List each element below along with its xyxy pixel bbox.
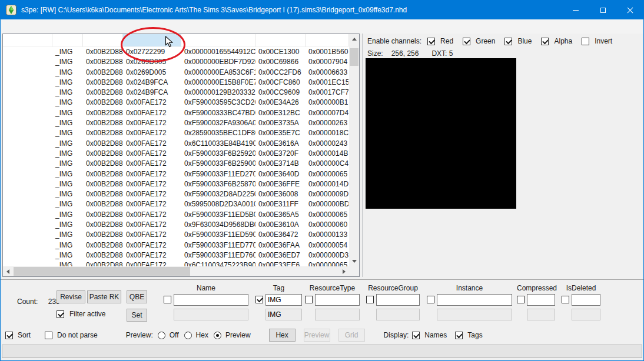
cell-name — [3, 68, 52, 78]
filter-field-input[interactable] — [376, 294, 420, 306]
filter-field-input[interactable] — [315, 294, 360, 306]
menu-item[interactable] — [39, 19, 51, 34]
cell-name — [3, 250, 52, 260]
table-row[interactable]: _IMG 0x00B2D882 0x00FAE172 0xF5900033F11… — [3, 230, 349, 240]
channel-checkbox-input[interactable] — [463, 38, 470, 45]
column-header[interactable] — [52, 34, 83, 47]
do-not-parse-checkbox-input[interactable] — [45, 332, 52, 339]
table-row[interactable]: _IMG 0x00B2D882 0x00FAE172 0x6C110034752… — [3, 260, 349, 266]
filter-field-checkbox[interactable] — [562, 296, 569, 303]
filter-field-input[interactable] — [572, 294, 600, 306]
menu-item[interactable] — [51, 19, 63, 34]
table-row[interactable]: _IMG 0x00B2D882 0x00FAE172 0xF5900033F6B… — [3, 149, 349, 159]
preview-mode-radio[interactable]: Hex — [184, 331, 208, 339]
table-row[interactable]: _IMG 0x00B2D882 0x00FAE172 0xF59000333BC… — [3, 108, 349, 118]
table-row[interactable]: _IMG 0x00B2D882 0x00FAE172 0xF5900033F6B… — [3, 179, 349, 189]
display-names-checkbox[interactable]: Names — [412, 331, 447, 339]
table-row[interactable]: _IMG 0x00B2D882 0x00FAE172 0xF5900032FA9… — [3, 118, 349, 128]
window-title: s3pe: [RW] C:\Users\k6ka\Documents\Elect… — [21, 6, 407, 14]
table-row[interactable]: _IMG 0x00B2D882 0x00FAE172 0xF5900033F11… — [3, 240, 349, 250]
minimize-button[interactable] — [562, 1, 589, 19]
cell-filesize: 0x0001B560 — [306, 47, 348, 57]
cell-name — [3, 47, 52, 57]
filter-field-input[interactable] — [174, 294, 248, 306]
channel-checkbox-input[interactable] — [541, 38, 549, 45]
display-tags-checkbox[interactable]: Tags — [455, 331, 482, 339]
maximize-button[interactable] — [589, 1, 616, 19]
display-tags-checkbox-input[interactable] — [455, 332, 463, 339]
channel-checkbox-input[interactable] — [504, 38, 512, 45]
filter-field-checkbox[interactable] — [305, 296, 313, 303]
filter-field-input[interactable] — [265, 294, 302, 306]
table-row[interactable]: _IMG 0x00B2D882 0x00FAE172 0x9F630034D95… — [3, 220, 349, 230]
table-row[interactable]: _IMG 0x00B2D882 0x00FAE172 0xF5900032D8A… — [3, 189, 349, 199]
table-row[interactable]: _IMG 0x00B2D882 0x024B9FCA 0x000000129B2… — [3, 88, 349, 98]
filter-field: Tag — [255, 284, 302, 320]
column-header[interactable] — [255, 34, 306, 47]
column-header[interactable] — [123, 34, 181, 47]
hex-button[interactable]: Hex — [269, 329, 296, 342]
do-not-parse-checkbox[interactable]: Do not parse — [45, 331, 98, 339]
sort-checkbox-input[interactable] — [5, 332, 13, 339]
filter-field-input[interactable] — [437, 294, 512, 306]
vertical-scrollbar[interactable] — [349, 34, 359, 266]
scroll-up-icon[interactable] — [349, 34, 359, 44]
table-row[interactable]: _IMG 0x00B2D882 0x0269D005 0x0000000EA85… — [3, 68, 349, 78]
channel-checkbox-input[interactable] — [427, 38, 435, 45]
horizontal-scroll-thumb[interactable] — [14, 267, 190, 276]
preview-mode-radio[interactable]: Off — [158, 331, 179, 339]
table-row[interactable]: _IMG 0x00B2D882 0x00FAE172 0x5995008D2D3… — [3, 199, 349, 209]
filter-field-checkbox[interactable] — [366, 296, 374, 303]
scroll-down-icon[interactable] — [349, 256, 359, 266]
table-row[interactable]: _IMG 0x00B2D882 0x024B9FCA 0x0000000E15B… — [3, 78, 349, 88]
table-row[interactable]: _IMG 0x00B2D882 0x00FAE172 0xF5900033F11… — [3, 250, 349, 260]
filter-field-checkbox[interactable] — [517, 296, 525, 303]
column-header[interactable] — [306, 34, 348, 47]
channel-checkbox[interactable]: Green — [463, 37, 495, 45]
vertical-scroll-thumb[interactable] — [350, 48, 358, 66]
table-row[interactable]: _IMG 0x00B2D882 0x00FAE172 0xF590003595C… — [3, 98, 349, 108]
horizontal-scrollbar[interactable] — [3, 266, 349, 276]
display-names-checkbox-input[interactable] — [412, 332, 420, 339]
filter-field-checkbox[interactable] — [255, 296, 263, 303]
cell-chunkoffset: 0x00E35E7C — [255, 128, 306, 138]
menu-item[interactable] — [4, 19, 16, 34]
sort-checkbox[interactable]: Sort — [5, 331, 31, 339]
preview-mode-radio-input[interactable] — [214, 332, 221, 339]
channel-checkbox-input[interactable] — [582, 38, 589, 45]
table-row[interactable]: _IMG 0x00B2D882 0x0269D005 0x0000000EBDF… — [3, 57, 349, 67]
table-row[interactable]: _IMG 0x00B2D882 0x00FAE172 0xF5900033F6B… — [3, 159, 349, 169]
column-header[interactable] — [3, 34, 52, 47]
filter-field-input[interactable] — [527, 294, 555, 306]
preview-mode-radio-input[interactable] — [184, 332, 192, 339]
grid-button[interactable]: Grid — [338, 329, 365, 342]
channel-checkbox[interactable]: Invert — [582, 37, 612, 45]
table-row[interactable]: _IMG 0x00B2D882 0x02722299 0x00000016554… — [3, 47, 349, 57]
table-row[interactable]: _IMG 0x00B2D882 0x00FAE172 0xF5900033F11… — [3, 210, 349, 220]
column-header[interactable] — [181, 34, 255, 47]
channel-checkbox[interactable]: Alpha — [541, 37, 572, 45]
menu-item[interactable] — [63, 19, 75, 34]
preview-mode-radio[interactable]: Preview — [214, 331, 251, 339]
cell-instance: 0x0000000EA853C6F1 — [181, 68, 255, 78]
app-icon — [6, 5, 16, 15]
filter-field-checkbox[interactable] — [427, 296, 434, 303]
table-row[interactable]: _IMG 0x00B2D882 0x00FAE172 0x6C110033E84… — [3, 139, 349, 149]
table-row[interactable]: _IMG 0x00B2D882 0x00FAE172 0x28590035BEC… — [3, 128, 349, 138]
column-header[interactable] — [83, 34, 123, 47]
scroll-right-icon[interactable] — [339, 266, 349, 276]
table-row[interactable]: _IMG 0x00B2D882 0x00FAE172 0xF5900033F11… — [3, 169, 349, 179]
preview-button[interactable]: Preview — [304, 329, 330, 342]
cell-tag: _IMG — [52, 98, 83, 108]
cell-tag: _IMG — [52, 179, 83, 189]
menu-item[interactable] — [28, 19, 39, 34]
channel-checkbox[interactable]: Red — [427, 37, 453, 45]
cell-group: 0x00FAE172 — [123, 230, 181, 240]
filter-field-checkbox[interactable] — [164, 296, 171, 303]
scroll-left-icon[interactable] — [3, 266, 13, 276]
preview-mode-radio-input[interactable] — [158, 332, 165, 339]
menu-item[interactable] — [16, 19, 28, 34]
channel-checkbox[interactable]: Blue — [504, 37, 532, 45]
cell-group: 0x00FAE172 — [123, 118, 181, 128]
close-button[interactable] — [616, 1, 643, 19]
